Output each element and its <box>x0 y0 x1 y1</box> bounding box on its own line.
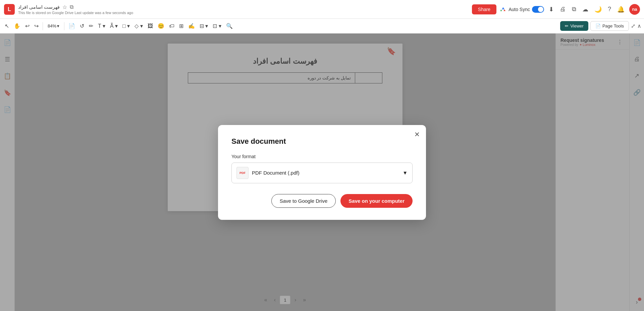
format-left: PDF PDF Document (.pdf) <box>236 167 300 179</box>
autosync-label: Auto Sync <box>508 7 530 12</box>
user-avatar[interactable]: na <box>629 4 640 15</box>
format-dropdown[interactable]: PDF PDF Document (.pdf) ▼ <box>231 163 413 183</box>
file-status: This file is stored on Google Drive Last… <box>18 11 133 15</box>
toggle-knob <box>538 7 543 12</box>
dialog-actions: Save to Google Drive Save on your comput… <box>231 194 413 208</box>
dropdown-chevron: ▼ <box>402 170 408 176</box>
zoom-chevron: ▾ <box>57 23 59 28</box>
format-value: PDF Document (.pdf) <box>252 170 300 176</box>
header-bar: L فهرست اسامی افراد ☆ ⧉ This file is sto… <box>0 0 644 19</box>
pdf-icon: PDF <box>236 167 249 179</box>
toolbar: ↖ ✋ ↩ ↪ 84% ▾ 📄 ↺ ✏ T ▾ Ã ▾ □ ▾ ◇ ▾ 🖼 😊 … <box>0 19 644 34</box>
google-drive-icon <box>500 6 506 13</box>
moon-icon-btn[interactable]: 🌙 <box>593 4 603 14</box>
dialog-title: Save document <box>231 137 413 146</box>
undo-btn[interactable]: ↩ <box>23 21 32 30</box>
table-btn[interactable]: ⊞ <box>177 21 185 30</box>
page-tools-icon: 📄 <box>595 23 601 28</box>
annotate-btn[interactable]: ✏ <box>87 21 95 30</box>
emoji-btn[interactable]: 😊 <box>156 21 166 30</box>
dialog-close-button[interactable]: ✕ <box>414 130 420 138</box>
app-logo: L <box>4 4 15 15</box>
duplicate-icon-btn[interactable]: ⧉ <box>571 4 578 14</box>
cloud-icon-btn[interactable]: ☁ <box>581 4 590 14</box>
bell-icon-btn[interactable]: 🔔 <box>616 4 626 14</box>
extract-btn[interactable]: ⊡ ▾ <box>211 21 223 30</box>
text-btn[interactable]: T ▾ <box>96 21 107 30</box>
main-layout: 📄 ☰ 📋 🔖 📄 🔖 فهرست اسامی افراد تمایل به ش… <box>0 34 644 311</box>
pages-btn[interactable]: ⊟ ▾ <box>198 21 210 30</box>
viewer-tools: ✏ Viewer 📄 Page Tools ⤢ ∧ <box>560 21 641 31</box>
highlight-btn[interactable]: Ã ▾ <box>108 21 120 30</box>
file-name: فهرست اسامی افراد <box>18 4 60 10</box>
collapse-button[interactable]: ∧ <box>637 21 641 31</box>
autosync-toggle[interactable] <box>532 6 544 13</box>
print-icon-btn[interactable]: 🖨 <box>558 4 567 14</box>
file-title-area: فهرست اسامی افراد ☆ ⧉ This file is store… <box>18 4 469 15</box>
help-icon-btn[interactable]: ? <box>606 4 612 14</box>
erase-btn[interactable]: ◇ ▾ <box>132 21 145 30</box>
shape-btn[interactable]: □ ▾ <box>120 21 132 30</box>
modal-overlay: ✕ Save document Your format PDF PDF Docu… <box>0 34 644 311</box>
stamp-btn[interactable]: 🏷 <box>167 22 176 30</box>
zoom-value: 84% <box>48 23 56 28</box>
sign-btn[interactable]: ✍ <box>186 21 197 30</box>
select-tool-btn[interactable]: ↖ <box>3 21 11 30</box>
format-label: Your format <box>231 154 413 159</box>
search-btn[interactable]: 🔍 <box>224 21 235 30</box>
expand-button[interactable]: ⤢ <box>631 21 635 31</box>
save-computer-button[interactable]: Save on your computer <box>340 194 413 208</box>
page-tools-button[interactable]: 📄 Page Tools <box>590 21 629 31</box>
star-icon[interactable]: ☆ <box>62 4 67 10</box>
redo-btn[interactable]: ↪ <box>32 21 41 30</box>
toolbar-divider-2 <box>64 22 64 30</box>
zoom-control[interactable]: 84% ▾ <box>45 22 62 29</box>
save-document-dialog: ✕ Save document Your format PDF PDF Docu… <box>218 125 426 220</box>
header-right: Share Auto Sync ⬇ 🖨 ⧉ ☁ 🌙 ? 🔔 na <box>472 4 640 15</box>
toolbar-divider-1 <box>43 22 43 30</box>
history-icon[interactable]: ⧉ <box>70 4 73 10</box>
download-icon-btn[interactable]: ⬇ <box>547 4 555 14</box>
undo2-btn[interactable]: ↺ <box>78 21 86 30</box>
share-button[interactable]: Share <box>472 4 496 14</box>
page-icon-btn[interactable]: 📄 <box>66 21 77 30</box>
viewer-button[interactable]: ✏ Viewer <box>560 21 588 31</box>
image-btn[interactable]: 🖼 <box>146 22 155 30</box>
save-google-drive-button[interactable]: Save to Google Drive <box>271 194 336 208</box>
autosync-area: Auto Sync <box>500 6 544 13</box>
viewer-icon: ✏ <box>565 23 569 28</box>
hand-tool-btn[interactable]: ✋ <box>12 21 22 30</box>
